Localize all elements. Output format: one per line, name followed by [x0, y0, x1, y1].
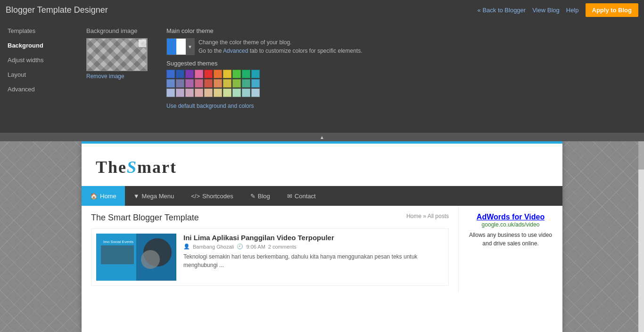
- theme-swatch-28[interactable]: [242, 89, 250, 97]
- edit-icon: ✎: [250, 193, 256, 200]
- theme-swatch-18[interactable]: [242, 79, 250, 88]
- top-bar-links: « Back to Blogger View Blog Help Apply t…: [478, 3, 638, 17]
- code-icon: </>: [191, 193, 200, 200]
- main-color-picker[interactable]: ▼: [166, 38, 195, 55]
- theme-swatch-6[interactable]: [223, 70, 231, 78]
- post-thumb-image: Imo Social Events: [96, 234, 176, 281]
- theme-swatch-4[interactable]: [204, 70, 213, 78]
- theme-swatch-29[interactable]: [251, 89, 260, 97]
- theme-swatch-15[interactable]: [214, 79, 222, 88]
- nav-item-mega-menu[interactable]: ▼ Mega Menu: [125, 186, 183, 206]
- theme-swatch-10[interactable]: [166, 79, 175, 88]
- preview-content-area: The Smart Blogger Template Home » All po…: [82, 206, 562, 293]
- theme-swatch-2[interactable]: [185, 70, 194, 78]
- clock-icon: 🕘: [237, 243, 243, 250]
- preview-nav: 🏠 Home ▼ Mega Menu </> Shortcodes ✎ Blog…: [82, 186, 562, 206]
- nav-item-home[interactable]: 🏠 Home: [82, 186, 125, 206]
- theme-swatch-24[interactable]: [204, 89, 213, 97]
- post-comments: 2 comments: [268, 244, 297, 250]
- use-default-link[interactable]: Use default background and colors: [166, 103, 363, 109]
- color-swatch-blue: [167, 39, 176, 55]
- sidebar-item-layout[interactable]: Layout: [0, 67, 77, 82]
- theme-swatch-5[interactable]: [214, 70, 222, 78]
- post-author: Bambang Ghozali: [193, 244, 234, 250]
- theme-swatch-12[interactable]: [185, 79, 194, 88]
- preview-scrollbar-thumb[interactable]: [638, 141, 644, 170]
- color-picker-row: ▼ Change the color theme of your blog. G…: [166, 38, 363, 55]
- preview-post-title: Ini Lima Aplikasi Panggilan Video Terpop…: [183, 234, 444, 242]
- theme-swatch-22[interactable]: [185, 89, 194, 97]
- preview-post-meta: 👤 Bambang Ghozali 🕘 9:06 AM 2 comments: [183, 243, 444, 250]
- config-row: Background image ▼ Remove image Main col…: [86, 27, 635, 109]
- sidebar-item-background[interactable]: Background: [0, 38, 77, 53]
- theme-swatch-13[interactable]: [195, 79, 203, 88]
- theme-swatch-20[interactable]: [166, 89, 175, 97]
- config-area: Background image ▼ Remove image Main col…: [77, 20, 644, 133]
- preview-scrollbar[interactable]: [638, 141, 644, 332]
- preview-sidebar-right: AdWords for Video google.co.uk/ads/video…: [459, 206, 562, 293]
- top-bar: Blogger Template Designer « Back to Blog…: [0, 0, 644, 20]
- remove-image-link[interactable]: Remove image: [86, 73, 148, 80]
- diamond-pattern: [87, 39, 147, 71]
- back-to-blogger-link[interactable]: « Back to Blogger: [478, 7, 526, 14]
- nav-item-blog[interactable]: ✎ Blog: [242, 186, 279, 206]
- svg-point-5: [141, 250, 160, 269]
- theme-swatch-7[interactable]: [232, 70, 241, 78]
- preview-logo: TheSmart: [96, 157, 177, 177]
- collapse-handle[interactable]: ▲: [0, 133, 644, 141]
- user-icon: 👤: [183, 243, 190, 250]
- home-icon: 🏠: [90, 193, 98, 200]
- sidebar-item-templates[interactable]: Templates: [0, 24, 77, 38]
- app-title: Blogger Template Designer: [6, 5, 108, 15]
- theme-swatch-27[interactable]: [232, 89, 241, 97]
- color-theme-label: Main color theme: [166, 27, 363, 34]
- color-dropdown-arrow-icon[interactable]: ▼: [186, 39, 194, 55]
- theme-swatch-14[interactable]: [204, 79, 213, 88]
- background-image-section: Background image ▼ Remove image: [86, 27, 148, 109]
- preview-page-title: The Smart Blogger Template: [91, 213, 199, 223]
- preview-header: TheSmart: [82, 144, 562, 186]
- preview-post-thumbnail: Imo Social Events: [96, 234, 176, 281]
- preview-area: TheSmart 🏠 Home ▼ Mega Menu </> Shortcod…: [0, 141, 644, 332]
- nav-item-shortcodes[interactable]: </> Shortcodes: [182, 186, 242, 206]
- theme-swatch-16[interactable]: [223, 79, 231, 88]
- theme-swatch-9[interactable]: [251, 70, 260, 78]
- theme-swatch-19[interactable]: [251, 79, 260, 88]
- logo-the: The: [96, 158, 127, 177]
- theme-swatch-11[interactable]: [176, 79, 184, 88]
- background-image-dropdown[interactable]: ▼: [139, 40, 146, 47]
- sidebar-item-adjust-widths[interactable]: Adjust widths: [0, 53, 77, 67]
- theme-swatches-grid: [166, 70, 363, 97]
- theme-swatch-3[interactable]: [195, 70, 203, 78]
- svg-rect-4: [101, 245, 134, 264]
- theme-swatch-17[interactable]: [232, 79, 241, 88]
- designer-panel: Templates Background Adjust widths Layou…: [0, 20, 644, 133]
- help-link[interactable]: Help: [566, 7, 579, 14]
- suggested-themes-label: Suggested themes: [166, 60, 363, 67]
- theme-swatch-23[interactable]: [195, 89, 203, 97]
- ad-title: AdWords for Video: [466, 213, 555, 221]
- logo-s: S: [127, 158, 137, 177]
- theme-swatch-26[interactable]: [223, 89, 231, 97]
- preview-post-excerpt: Teknologi semakin hari terus berkembang,…: [183, 252, 444, 269]
- preview-post: Imo Social Events Ini Lima Aplikasi Pang…: [91, 228, 449, 286]
- theme-swatch-21[interactable]: [176, 89, 184, 97]
- preview-breadcrumb-row: The Smart Blogger Template Home » All po…: [91, 213, 449, 223]
- preview-main-content: The Smart Blogger Template Home » All po…: [82, 206, 459, 293]
- color-box-inner: ▼: [167, 39, 194, 55]
- background-image-box: ▼: [86, 38, 148, 71]
- color-description: Change the color theme of your blog. Go …: [198, 38, 363, 55]
- advanced-tab-link[interactable]: Advanced: [223, 48, 248, 54]
- preview-post-content: Ini Lima Aplikasi Panggilan Video Terpop…: [183, 234, 444, 281]
- sidebar-item-advanced[interactable]: Advanced: [0, 82, 77, 97]
- view-blog-link[interactable]: View Blog: [532, 7, 560, 14]
- preview-sidebar-ad: AdWords for Video google.co.uk/ads/video…: [466, 213, 555, 248]
- theme-swatch-1[interactable]: [176, 70, 184, 78]
- ad-text: Allows any business to use video and dri…: [466, 231, 555, 248]
- apply-to-blog-button[interactable]: Apply to Blog: [586, 3, 639, 17]
- theme-swatch-25[interactable]: [214, 89, 222, 97]
- preview-breadcrumb-links: Home » All posts: [406, 213, 449, 219]
- nav-item-contact[interactable]: ✉ Contact: [279, 186, 324, 206]
- theme-swatch-0[interactable]: [166, 70, 175, 78]
- theme-swatch-8[interactable]: [242, 70, 250, 78]
